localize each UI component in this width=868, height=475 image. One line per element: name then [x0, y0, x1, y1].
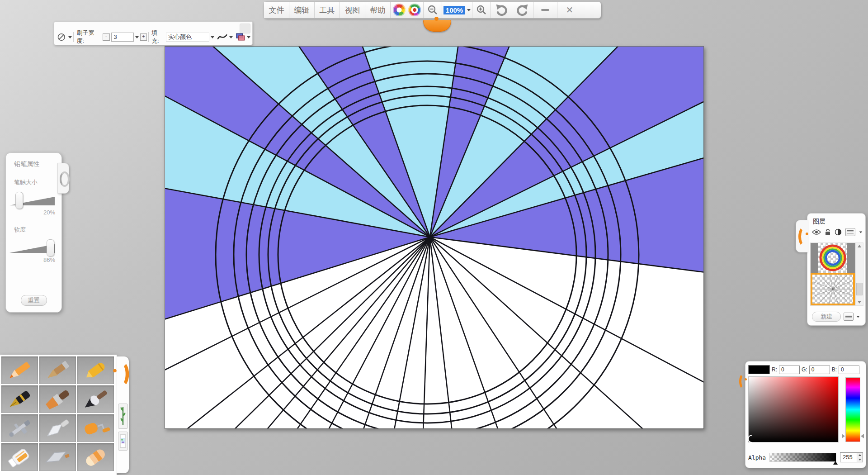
green-input[interactable]: 0 — [809, 366, 830, 374]
reset-button[interactable]: 重置 — [21, 295, 47, 306]
brush-width-decrease-button[interactable]: - — [103, 33, 110, 41]
tool-charcoal-pencil[interactable] — [39, 356, 76, 384]
clown-nose-icon — [434, 17, 439, 21]
layer-list-icon[interactable] — [845, 228, 855, 236]
bamboo-brushes-button[interactable] — [118, 404, 128, 429]
current-color-swatch[interactable] — [748, 365, 770, 374]
layers-ear-icon[interactable] — [798, 226, 810, 247]
softness-slider[interactable] — [9, 240, 57, 256]
tool-flat-brush[interactable] — [39, 385, 76, 413]
alpha-decrease-button[interactable] — [857, 457, 863, 462]
bamboo-icon — [120, 406, 126, 427]
stroke-size-handle[interactable] — [15, 192, 23, 209]
picture-stamps-button[interactable] — [118, 432, 128, 451]
layer-list-dropdown-icon[interactable] — [859, 231, 862, 233]
ear-arc-icon — [739, 373, 748, 390]
hue-marker-right-icon[interactable] — [861, 434, 864, 438]
menu-edit[interactable]: 编辑 — [289, 2, 315, 18]
tool-ink-brush[interactable] — [77, 385, 114, 413]
menu-view[interactable]: 视图 — [340, 2, 365, 18]
zoom-in-icon — [476, 5, 487, 15]
scroll-up-button[interactable] — [856, 243, 863, 249]
stroke-curve-icon[interactable] — [217, 33, 227, 42]
main-toolbar: 文件 编辑 工具 视图 帮助 100% — [264, 1, 601, 19]
visibility-eye-icon[interactable] — [812, 229, 821, 235]
zoom-out-icon — [427, 5, 438, 15]
new-layer-button[interactable]: 新建 — [812, 312, 841, 322]
tool-sharp-pencil[interactable] — [1, 356, 38, 384]
down-arrow-icon — [858, 301, 861, 304]
tool-marker-nib[interactable] — [39, 443, 76, 471]
minimize-button[interactable] — [533, 2, 557, 18]
red-label: R: — [772, 366, 777, 373]
saturation-value-field[interactable] — [748, 376, 839, 442]
scrollbar-thumb[interactable] — [856, 283, 863, 295]
layer-item-rays-selected[interactable] — [811, 273, 855, 305]
canvas-artwork[interactable] — [165, 47, 703, 428]
opacity-halfmoon-icon[interactable] — [835, 228, 842, 236]
palette-mode-icon[interactable] — [393, 4, 406, 16]
fill-type-combo[interactable]: 实心颜色 — [166, 33, 209, 42]
pencil-options-dropdown-icon[interactable] — [68, 36, 72, 38]
zoom-dropdown-icon[interactable] — [467, 9, 471, 11]
fill-style-icon[interactable] — [235, 33, 245, 42]
panel-ear-tab[interactable] — [57, 163, 69, 194]
alpha-gradient — [770, 453, 836, 461]
tool-paint-roller[interactable] — [77, 414, 114, 442]
brush-width-label: 刷子宽度: — [76, 29, 101, 45]
blue-input[interactable]: 0 — [839, 366, 859, 374]
close-button[interactable]: ✕ — [557, 2, 582, 18]
paint-jar-icon — [4, 446, 36, 469]
clown-mouth-icon — [423, 20, 451, 32]
zoom-in-button[interactable] — [472, 2, 491, 18]
red-input[interactable]: 0 — [779, 366, 800, 374]
fill-style-dropdown-icon[interactable] — [247, 36, 250, 38]
eraser-icon — [80, 446, 112, 469]
tool-airbrush[interactable] — [1, 414, 38, 442]
blue-label: B: — [832, 366, 837, 373]
color-ear-icon[interactable] — [739, 373, 748, 390]
zoom-level-combo[interactable]: 100% — [442, 2, 472, 18]
undo-button[interactable] — [491, 2, 512, 18]
layer-menu-icon[interactable] — [844, 313, 854, 321]
tool-eraser[interactable] — [77, 443, 114, 471]
layers-scrollbar[interactable] — [855, 242, 863, 306]
pencil-panel-title: 铅笔属性 — [14, 160, 61, 168]
alpha-slider[interactable] — [769, 453, 836, 462]
scroll-down-button[interactable] — [856, 299, 863, 305]
alpha-increase-button[interactable] — [857, 453, 863, 457]
color-cursor-icon — [746, 433, 757, 444]
drawing-canvas[interactable] — [165, 46, 704, 429]
softness-handle[interactable] — [47, 239, 54, 256]
brush-width-value[interactable]: 3 — [111, 33, 134, 42]
tool-palette-knife[interactable] — [39, 414, 76, 442]
menu-tools[interactable]: 工具 — [315, 2, 340, 18]
alpha-marker-icon[interactable] — [833, 461, 838, 465]
alpha-value-spinner[interactable]: 255 — [840, 452, 863, 462]
brush-width-dropdown-icon[interactable] — [135, 36, 139, 38]
hue-marker-left-icon[interactable] — [842, 434, 845, 438]
ear-arc-icon — [114, 361, 129, 387]
menu-help[interactable]: 帮助 — [365, 2, 391, 18]
hue-slider[interactable] — [845, 377, 860, 442]
layer-menu-dropdown-icon[interactable] — [857, 316, 859, 318]
brush-width-increase-button[interactable]: + — [140, 33, 147, 41]
stroke-size-slider[interactable] — [9, 193, 57, 208]
minimize-icon — [541, 9, 549, 11]
unlocked-padlock-icon[interactable] — [825, 228, 831, 236]
magic-mode-icon[interactable] — [408, 4, 421, 16]
fill-dropdown-icon[interactable] — [211, 36, 214, 38]
crayon-icon — [80, 359, 112, 382]
palette-ear-tab[interactable] — [114, 361, 129, 387]
tool-paint-jar[interactable] — [1, 443, 38, 471]
redo-button[interactable] — [512, 2, 533, 18]
tool-fountain-pen[interactable] — [1, 385, 38, 413]
menu-file[interactable]: 文件 — [264, 2, 289, 18]
pencil-circle-icon[interactable] — [57, 32, 67, 42]
tool-crayon[interactable] — [77, 356, 114, 384]
stroke-curve-dropdown-icon[interactable] — [229, 36, 233, 38]
alpha-value: 255 — [843, 454, 853, 461]
layer-item-circle[interactable] — [811, 243, 855, 273]
zoom-out-button[interactable] — [424, 2, 442, 18]
charcoal-pencil-icon — [42, 359, 74, 382]
